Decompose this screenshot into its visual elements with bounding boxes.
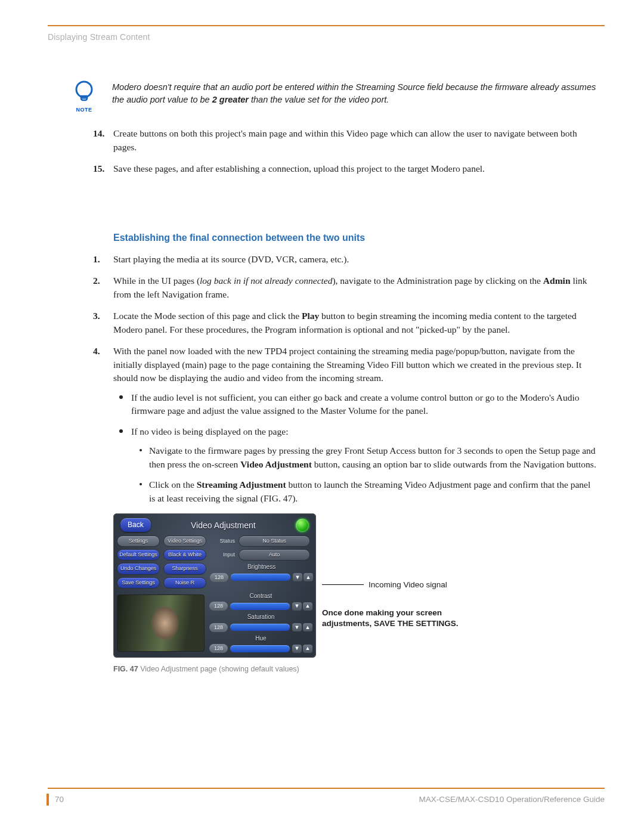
undo-changes-button[interactable]: Undo Changes: [117, 563, 160, 574]
back-button[interactable]: Back: [120, 518, 151, 532]
bullet-audio: If the audio level is not sufficient, yo…: [130, 391, 599, 418]
step-1: Start playing the media at its source (D…: [113, 253, 599, 266]
svg-point-0: [76, 82, 92, 97]
contrast-slider[interactable]: Contrast 128▼▲: [209, 592, 312, 611]
slider-value: 128: [209, 602, 228, 611]
sharpness-button[interactable]: Sharpness: [163, 563, 206, 574]
brightness-slider[interactable]: Brightness 128▼▲: [210, 563, 313, 582]
fig-text: Video Adjustment page (showing default v…: [138, 665, 299, 673]
steps-14-15: Create buttons on both this project's ma…: [70, 127, 599, 175]
down-icon[interactable]: ▼: [292, 645, 302, 653]
input-value[interactable]: Auto: [239, 549, 310, 561]
fig-number: FIG. 47: [113, 665, 138, 673]
figure-47: Back Video Adjustment Settings Default S…: [70, 513, 599, 658]
bullet-novideo: If no video is being displayed on the pa…: [130, 425, 599, 505]
t: ), navigate to the Administration page b…: [332, 275, 543, 286]
slider-label: Brightness: [247, 563, 275, 572]
steps-1-4: Start playing the media at its source (D…: [70, 253, 599, 505]
note-icon: NOTE: [70, 79, 98, 114]
step-14: Create buttons on both this project's ma…: [113, 127, 599, 154]
section-header: Displaying Stream Content: [48, 31, 605, 43]
figure-callouts: Incoming Video signal Once done making y…: [316, 513, 489, 629]
slider-value: 128: [209, 644, 228, 653]
down-icon[interactable]: ▼: [292, 602, 302, 611]
default-settings-button[interactable]: Default Settings: [117, 549, 160, 561]
saturation-slider[interactable]: Saturation 128▼▲: [209, 613, 312, 632]
callout-save-settings: Once done making your screen adjustments…: [322, 608, 489, 629]
slider-bar[interactable]: [231, 574, 290, 581]
step-4: With the panel now loaded with the new T…: [113, 345, 599, 505]
note-label: NOTE: [76, 106, 92, 114]
t: Click on the: [149, 479, 197, 490]
noise-button[interactable]: Noise R: [163, 577, 206, 589]
video-settings-header: Video Settings: [163, 535, 206, 547]
up-icon[interactable]: ▲: [303, 602, 312, 611]
slider-bar[interactable]: [230, 624, 290, 631]
sub-1: Navigate to the firmware pages by pressi…: [149, 444, 599, 471]
save-settings-button[interactable]: Save Settings: [117, 577, 160, 589]
t-b: Video Adjustment: [240, 459, 312, 469]
note-text: Modero doesn't require that an audio por…: [112, 79, 599, 106]
settings-header: Settings: [117, 535, 160, 547]
page-footer: 70 MAX-CSE/MAX-CSD10 Operation/Reference…: [48, 788, 605, 806]
down-icon[interactable]: ▼: [293, 573, 302, 581]
top-rule: [48, 25, 605, 26]
status-value: No Status: [239, 535, 310, 547]
t: If no video is being displayed on the pa…: [131, 426, 288, 436]
doc-title: MAX-CSE/MAX-CSD10 Operation/Reference Gu…: [419, 794, 605, 806]
t-b: Streaming Adjustment: [197, 479, 286, 490]
step-3: Locate the Mode section of this page and…: [113, 309, 599, 336]
t-b: Admin: [543, 275, 571, 286]
figure-caption: FIG. 47 Video Adjustment page (showing d…: [70, 664, 599, 674]
step-2: While in the UI pages (log back in if no…: [113, 274, 599, 301]
input-key: Input: [210, 551, 235, 559]
note-text-post: than the value set for the video port.: [249, 95, 389, 104]
t-em: log back in if not already connected: [200, 275, 332, 286]
bw-button[interactable]: Black & White: [163, 549, 206, 561]
up-icon[interactable]: ▲: [304, 573, 313, 581]
slider-label: Hue: [255, 634, 266, 643]
status-led-icon: [296, 519, 309, 532]
video-adjustment-panel: Back Video Adjustment Settings Default S…: [113, 513, 316, 658]
slider-bar[interactable]: [230, 603, 290, 610]
step-15: Save these pages, and after establishing…: [113, 162, 599, 175]
section-heading: Establishing the final connection betwee…: [70, 231, 599, 244]
slider-label: Saturation: [247, 613, 275, 622]
note-block: NOTE Modero doesn't require that an audi…: [70, 79, 599, 114]
sub-2: Click on the Streaming Adjustment button…: [149, 478, 599, 505]
page-content: NOTE Modero doesn't require that an audi…: [48, 79, 605, 674]
slider-bar[interactable]: [230, 645, 290, 652]
callout-leader-line: [322, 584, 364, 585]
slider-value: 128: [210, 573, 228, 582]
t: button, causing an option bar to slide o…: [312, 459, 596, 469]
bullets: If the audio level is not sufficient, yo…: [113, 391, 599, 505]
sub-bullets: Navigate to the firmware pages by pressi…: [131, 444, 599, 505]
status-key: Status: [210, 537, 235, 545]
note-text-bold: 2 greater: [212, 95, 249, 104]
slider-value: 128: [209, 623, 228, 632]
t: While in the UI pages (: [113, 275, 200, 286]
up-icon[interactable]: ▲: [303, 623, 312, 631]
hue-slider[interactable]: Hue 128▼▲: [209, 634, 312, 654]
callout-incoming-video: Incoming Video signal: [369, 579, 447, 591]
panel-title: Video Adjustment: [191, 519, 256, 531]
t: Locate the Mode section of this page and…: [113, 311, 302, 321]
t: With the panel now loaded with the new T…: [113, 346, 581, 383]
incoming-video-preview: [117, 594, 205, 652]
lightbulb-icon: [72, 79, 96, 105]
page-number: 70: [47, 794, 64, 806]
up-icon[interactable]: ▲: [303, 645, 312, 653]
down-icon[interactable]: ▼: [292, 623, 302, 631]
t-b: Play: [302, 311, 319, 321]
slider-label: Contrast: [250, 592, 273, 601]
